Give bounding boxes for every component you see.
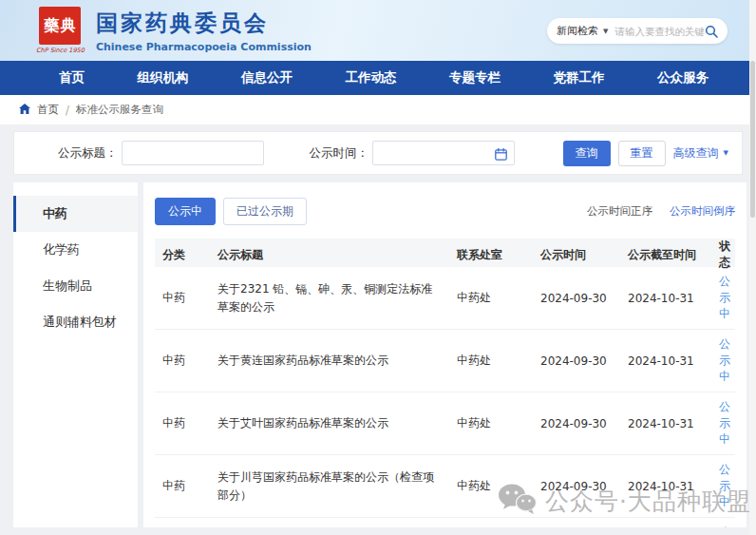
status-link[interactable]: 公示中: [711, 336, 735, 385]
site-title: 国家药典委员会: [96, 9, 312, 38]
status-link[interactable]: 公示中: [711, 525, 735, 527]
time-filter-label: 公示时间：: [310, 145, 369, 162]
filter-panel: 公示标题： 公示时间： 查询 重置 高级查询 ▼: [13, 131, 743, 175]
logo-tagline: ChP Since 1950: [36, 47, 85, 54]
table-row: 中药 关于2321 铅、镉、砷、汞、铜测定法标准草案的公示 中药处 2024-0…: [155, 267, 735, 330]
chevron-down-icon: ▼: [603, 28, 608, 35]
status-link[interactable]: 公示中: [711, 399, 735, 448]
table-body: 中药 关于2321 铅、镉、砷、汞、铜测定法标准草案的公示 中药处 2024-0…: [155, 267, 735, 527]
col-end-date: 公示截至时间: [620, 247, 711, 263]
tab-in-publicity[interactable]: 公示中: [155, 198, 216, 225]
cell-category: 中药: [155, 353, 210, 369]
sidebar-item[interactable]: 化学药: [13, 232, 138, 268]
sidebar-item[interactable]: 生物制品: [13, 268, 138, 304]
cell-category: 中药: [155, 290, 210, 306]
breadcrumb-home-link[interactable]: 首页: [37, 103, 59, 117]
cell-publish-date: 2024-09-30: [533, 292, 620, 305]
table-header: 分类 公示标题 联系处室 公示时间 公示截至时间 状态: [155, 239, 735, 267]
cell-end-date: 2024-10-31: [620, 480, 711, 493]
nav-item[interactable]: 工作动态: [346, 69, 397, 86]
query-button[interactable]: 查询: [563, 141, 611, 166]
cell-title-link[interactable]: 关于2321 铅、镉、砷、汞、铜测定法标准草案的公示: [210, 280, 449, 315]
col-status: 状态: [711, 239, 735, 271]
cell-title-link[interactable]: 关于川芎国家药品标准草案的公示（检查项部分）: [210, 468, 449, 504]
search-icon[interactable]: [705, 25, 718, 38]
table-row: 中药 关于川芎国家药品标准草案的公示（检查项部分） 中药处 2024-09-30…: [155, 455, 735, 518]
status-link[interactable]: 公示中: [711, 462, 735, 510]
sort-time-desc-link[interactable]: 公示时间倒序: [670, 204, 735, 219]
header-search-bar[interactable]: 新闻检索 ▼: [547, 18, 728, 44]
cell-publish-date: 2024-09-30: [533, 354, 620, 368]
cell-office: 中药处: [449, 290, 533, 306]
cell-publish-date: 2024-09-30: [533, 480, 620, 493]
cell-office: 中药处: [449, 415, 533, 431]
site-subtitle: Chinese Pharmacopoeia Commission: [96, 41, 312, 53]
logo-seal-icon: 藥典: [39, 7, 81, 45]
sort-time-asc-link[interactable]: 公示时间正序: [587, 204, 652, 219]
cell-publish-date: 2024-09-30: [533, 417, 620, 430]
table-row: 中药 关于0212 药材和饮片检定通则标准草案的公示（第二次） 中药处 2024…: [155, 518, 735, 527]
tab-expired-publicity[interactable]: 已过公示期: [223, 198, 307, 225]
breadcrumb: 首页 / 标准公示服务查询: [0, 95, 756, 125]
table-row: 中药 关于黄连国家药品标准草案的公示 中药处 2024-09-30 2024-1…: [155, 330, 735, 392]
scrollbar-track[interactable]: [749, 0, 756, 535]
status-link[interactable]: 公示中: [711, 274, 735, 322]
cell-category: 中药: [155, 415, 210, 431]
title-filter-label: 公示标题：: [58, 145, 118, 162]
main-nav: 首页 组织机构 信息公开 工作动态 专题专栏 党群工作 公众服务: [0, 61, 756, 95]
chevron-down-icon: ▼: [724, 149, 728, 157]
time-filter-input[interactable]: [372, 141, 515, 165]
breadcrumb-separator: /: [66, 104, 69, 117]
cell-category: 中药: [155, 478, 210, 494]
nav-item[interactable]: 公众服务: [657, 69, 709, 86]
site-logo[interactable]: 藥典 ChP Since 1950: [36, 7, 85, 54]
search-category-select[interactable]: 新闻检索: [557, 24, 598, 38]
scrollbar-thumb[interactable]: [750, 61, 755, 218]
col-publish-date: 公示时间: [533, 247, 620, 263]
site-header: 藥典 ChP Since 1950 国家药典委员会 Chinese Pharma…: [0, 0, 756, 61]
nav-item[interactable]: 信息公开: [241, 69, 293, 86]
title-filter-input[interactable]: [122, 141, 264, 165]
cell-title-link[interactable]: 关于黄连国家药品标准草案的公示: [210, 352, 449, 370]
cell-end-date: 2024-10-31: [620, 417, 711, 430]
sidebar-item[interactable]: 通则辅料包材: [13, 304, 138, 340]
keyword-search-input[interactable]: [614, 26, 705, 37]
nav-item[interactable]: 专题专栏: [449, 69, 501, 86]
home-icon[interactable]: [19, 104, 30, 117]
cell-end-date: 2024-10-31: [620, 354, 711, 368]
sidebar-item[interactable]: 中药: [13, 196, 138, 232]
reset-button[interactable]: 重置: [618, 141, 666, 166]
col-office: 联系处室: [449, 247, 533, 263]
cell-office: 中药处: [449, 478, 533, 494]
nav-item[interactable]: 组织机构: [138, 69, 189, 86]
cell-office: 中药处: [449, 353, 533, 369]
publicity-table: 分类 公示标题 联系处室 公示时间 公示截至时间 状态 中药 关于2321 铅、…: [155, 239, 735, 527]
col-category: 分类: [155, 247, 210, 263]
nav-item[interactable]: 首页: [59, 69, 85, 86]
cell-end-date: 2024-10-31: [620, 292, 711, 305]
col-title: 公示标题: [210, 247, 449, 263]
category-sidebar: 中药 化学药 生物制品 通则辅料包材: [13, 182, 138, 527]
main-area: 中药 化学药 生物制品 通则辅料包材 公示中 已过公示期 公示时间正序 公示时间…: [13, 182, 747, 527]
nav-item[interactable]: 党群工作: [554, 69, 605, 86]
cell-title-link[interactable]: 关于艾叶国家药品标准草案的公示: [210, 414, 449, 432]
list-content: 公示中 已过公示期 公示时间正序 公示时间倒序 分类 公示标题 联系处室 公示时…: [143, 182, 747, 527]
breadcrumb-current: 标准公示服务查询: [76, 103, 163, 117]
table-row: 中药 关于艾叶国家药品标准草案的公示 中药处 2024-09-30 2024-1…: [155, 392, 735, 455]
advanced-query-button[interactable]: 高级查询 ▼: [673, 145, 728, 162]
